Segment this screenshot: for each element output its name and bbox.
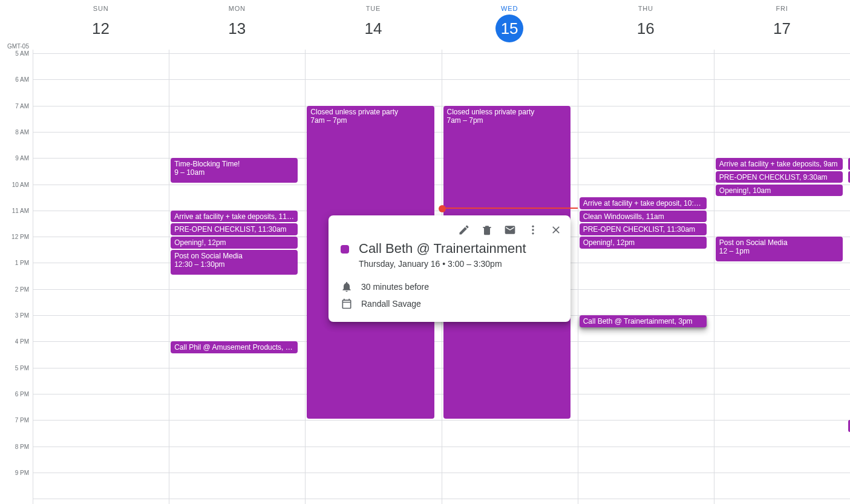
event-block[interactable]: Arrive at facility + take deposits, 11am xyxy=(171,211,298,223)
day-number[interactable]: 15 xyxy=(495,15,523,42)
day-header[interactable]: MON13 xyxy=(169,0,305,50)
time-label: 8 AM xyxy=(15,128,29,135)
delete-button[interactable] xyxy=(476,219,498,241)
popup-reminder-row: 30 minutes before xyxy=(329,278,570,295)
event-title: PRE-OPEN CHECKLIST, 11:30am xyxy=(583,225,703,234)
day-name: WED xyxy=(442,5,578,12)
popup-reminder-text: 30 minutes before xyxy=(361,282,429,292)
timezone-col: GMT-05 xyxy=(0,0,33,50)
time-label: 2 PM xyxy=(15,286,29,292)
time-label: 12 PM xyxy=(11,234,29,240)
bell-icon xyxy=(341,281,353,293)
time-label: 5 AM xyxy=(15,50,29,57)
day-number[interactable]: 17 xyxy=(768,15,796,42)
dots-vertical-icon xyxy=(527,224,539,236)
day-col[interactable] xyxy=(33,50,169,504)
envelope-icon xyxy=(504,224,516,236)
time-label: 8 PM xyxy=(15,443,29,450)
email-button[interactable] xyxy=(499,219,521,241)
time-label: 6 PM xyxy=(15,390,29,397)
time-label: 7 AM xyxy=(15,102,29,109)
now-indicator xyxy=(442,208,578,209)
time-label: 3 PM xyxy=(15,312,29,319)
day-name: THU xyxy=(578,5,714,12)
svg-point-1 xyxy=(532,229,534,231)
event-block[interactable]: Post on Social Media12:30 – 1:30pm xyxy=(171,250,298,275)
close-icon xyxy=(550,224,562,236)
event-title: Post on Social Media xyxy=(174,252,294,260)
event-title: Call Beth @ Trainertainment, 3pm xyxy=(583,317,703,326)
event-block[interactable]: Opening!, 10am xyxy=(716,185,843,197)
time-label: 10 AM xyxy=(12,181,29,188)
event-time: 7am – 7pm xyxy=(447,116,567,125)
day-col[interactable]: Arrive at facility + take deposits, 9amP… xyxy=(714,50,850,504)
now-dot xyxy=(439,205,446,212)
event-block[interactable]: PRE-OPEN CHECKLIST, 9:30am xyxy=(716,171,843,183)
event-title: Post on Social Media xyxy=(719,238,839,247)
day-number[interactable]: 13 xyxy=(223,15,251,42)
event-block[interactable]: Post on Social Media12 – 1pm xyxy=(716,237,843,261)
day-header[interactable]: SUN12 xyxy=(33,0,169,50)
event-time: 7am – 7pm xyxy=(310,116,430,125)
event-block[interactable]: PRE-OPEN CHECKLIST, 11:30am xyxy=(580,223,707,235)
popup-title: Call Beth @ Trainertainment xyxy=(359,241,526,257)
event-block[interactable]: Opening!, 12pm xyxy=(171,237,298,249)
trash-icon xyxy=(481,224,493,236)
day-number[interactable]: 16 xyxy=(632,15,659,42)
time-label: 6 AM xyxy=(15,76,29,83)
event-block[interactable]: Clean Windowsills, 11am xyxy=(580,211,707,223)
header-row: GMT-05 SUN12MON13TUE14WED15THU16FRI17 xyxy=(0,0,850,50)
day-name: MON xyxy=(169,5,305,12)
time-label: 1 PM xyxy=(15,260,29,266)
day-header[interactable]: THU16 xyxy=(578,0,714,50)
close-button[interactable] xyxy=(545,219,567,241)
svg-point-2 xyxy=(532,232,534,234)
calendar-icon xyxy=(341,298,353,310)
event-title: Opening!, 12pm xyxy=(583,238,703,247)
edit-button[interactable] xyxy=(453,219,475,241)
day-number[interactable]: 12 xyxy=(87,15,115,42)
time-col: 5 AM6 AM7 AM8 AM9 AM10 AM11 AM12 PM1 PM2… xyxy=(0,50,33,504)
popup-subtitle: Thursday, January 16 • 3:00 – 3:30pm xyxy=(329,259,570,269)
timezone-label: GMT-05 xyxy=(7,43,29,50)
event-popup: Call Beth @ Trainertainment Thursday, Ja… xyxy=(329,215,570,322)
event-block[interactable]: Arrive at facility + take deposits, 9am xyxy=(716,158,843,170)
day-col[interactable]: Arrive at facility + take deposit, 10:30… xyxy=(578,50,714,504)
day-header[interactable]: WED15 xyxy=(442,0,578,50)
event-block[interactable]: Opening!, 12pm xyxy=(580,237,707,249)
event-title: Clean Windowsills, 11am xyxy=(583,212,703,221)
day-headers: SUN12MON13TUE14WED15THU16FRI17 xyxy=(33,0,850,50)
event-title: Call Phil @ Amusement Products, 4pm xyxy=(174,343,294,352)
event-title: Closed unless private party xyxy=(447,108,567,116)
event-color-chip xyxy=(341,245,349,254)
event-title: Arrive at facility + take deposit, 10:30… xyxy=(583,199,703,208)
event-block[interactable]: Call Phil @ Amusement Products, 4pm xyxy=(171,341,298,353)
day-number[interactable]: 14 xyxy=(359,15,387,42)
day-header[interactable]: FRI17 xyxy=(714,0,850,50)
event-block[interactable]: Arrive at facility + take deposit, 10:30… xyxy=(580,197,707,209)
event-title: PRE-OPEN CHECKLIST, 11:30am xyxy=(174,225,294,234)
day-name: SUN xyxy=(33,5,169,12)
event-title: Arrive at facility + take deposits, 11am xyxy=(174,212,294,221)
event-time: 12 – 1pm xyxy=(719,247,839,255)
event-block[interactable]: Call Beth @ Trainertainment, 3pm xyxy=(580,315,707,327)
day-col[interactable]: Time-Blocking Time!9 – 10amArrive at fac… xyxy=(169,50,305,504)
event-time: 9 – 10am xyxy=(174,168,294,177)
popup-calendar-row: Randall Savage xyxy=(329,295,570,312)
event-title: Time-Blocking Time! xyxy=(174,160,294,168)
day-name: TUE xyxy=(305,5,441,12)
time-label: 4 PM xyxy=(15,338,29,345)
popup-title-row: Call Beth @ Trainertainment xyxy=(329,241,570,259)
time-label: 7 PM xyxy=(15,417,29,424)
event-title: Arrive at facility + take deposits, 9am xyxy=(719,160,839,168)
options-button[interactable] xyxy=(522,219,544,241)
time-label: 5 PM xyxy=(15,364,29,371)
event-block[interactable]: PRE-OPEN CHECKLIST, 11:30am xyxy=(171,223,298,235)
time-label: 9 AM xyxy=(15,155,29,162)
event-title: Opening!, 10am xyxy=(719,186,839,195)
day-header[interactable]: TUE14 xyxy=(305,0,441,50)
event-time: 12:30 – 1:30pm xyxy=(174,260,294,269)
event-block[interactable]: Time-Blocking Time!9 – 10am xyxy=(171,158,298,183)
pencil-icon xyxy=(458,224,470,236)
time-label: 9 PM xyxy=(15,469,29,476)
